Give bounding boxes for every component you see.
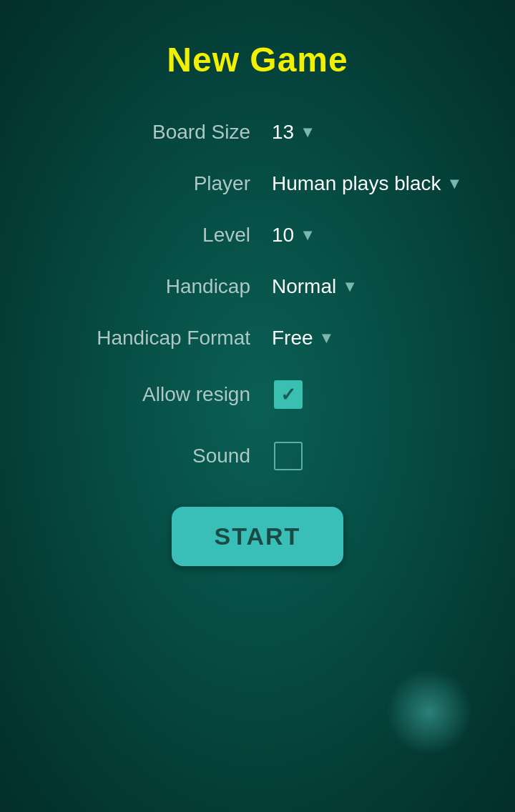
level-arrow-icon: ▼ (300, 227, 315, 243)
page-title: New Game (0, 0, 515, 101)
handicap-format-arrow-icon: ▼ (319, 330, 335, 346)
allow-resign-checkbox-box (274, 380, 303, 409)
handicap-format-dropdown[interactable]: Free ▼ (272, 327, 334, 350)
allow-resign-label: Allow resign (43, 383, 272, 406)
handicap-value: Normal (272, 275, 336, 298)
player-label: Player (43, 172, 272, 195)
handicap-format-label: Handicap Format (43, 327, 272, 350)
player-row: Player Human plays black ▼ (29, 159, 486, 208)
start-button-container: START (29, 507, 486, 566)
player-arrow-icon: ▼ (447, 176, 463, 192)
player-dropdown[interactable]: Human plays black ▼ (272, 172, 462, 195)
handicap-arrow-icon: ▼ (342, 279, 358, 294)
handicap-format-value: Free (272, 327, 313, 350)
handicap-label: Handicap (43, 275, 272, 298)
handicap-format-row: Handicap Format Free ▼ (29, 314, 486, 362)
sound-label: Sound (43, 445, 272, 467)
level-value: 10 (272, 224, 294, 247)
level-dropdown[interactable]: 10 ▼ (272, 224, 315, 247)
start-button[interactable]: START (172, 507, 344, 566)
handicap-dropdown[interactable]: Normal ▼ (272, 275, 358, 298)
board-size-value: 13 (272, 121, 294, 144)
board-size-label: Board Size (43, 121, 272, 144)
allow-resign-row: Allow resign (29, 365, 486, 424)
handicap-row: Handicap Normal ▼ (29, 262, 486, 311)
player-value: Human plays black (272, 172, 441, 195)
level-label: Level (43, 224, 272, 247)
board-size-dropdown[interactable]: 13 ▼ (272, 121, 315, 144)
sound-checkbox-box (274, 442, 303, 470)
bottom-glow (386, 669, 472, 755)
form-container: Board Size 13 ▼ Player Human plays black… (0, 101, 515, 573)
sound-row: Sound (29, 427, 486, 485)
board-size-arrow-icon: ▼ (300, 124, 315, 140)
board-size-row: Board Size 13 ▼ (29, 108, 486, 157)
sound-checkbox[interactable] (272, 440, 305, 472)
level-row: Level 10 ▼ (29, 211, 486, 259)
allow-resign-checkbox[interactable] (272, 378, 305, 411)
